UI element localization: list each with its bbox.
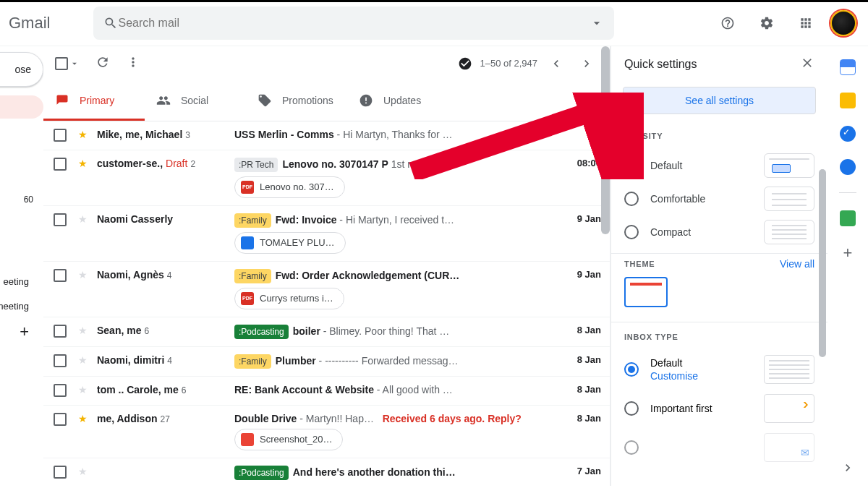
mail-toolbar: 1–50 of 2,947 <box>43 46 610 81</box>
apps-grid-icon[interactable] <box>791 9 820 38</box>
inbox-type-default[interactable]: DefaultCustomise <box>611 350 827 389</box>
sidebar-item[interactable] <box>0 165 43 188</box>
get-addons-icon[interactable]: + <box>843 244 853 262</box>
row-checkbox[interactable] <box>54 325 67 338</box>
inbox-type-important[interactable]: Important first <box>611 389 827 428</box>
theme-heading: Theme <box>624 260 655 268</box>
row-checkbox[interactable] <box>54 466 67 479</box>
mail-row[interactable]: ★ customer-se., Draft 2 :PR TechLenovo n… <box>43 150 610 206</box>
mail-row[interactable]: ★ me, Addison 27 Double Drive - Martyn!!… <box>43 406 610 458</box>
sidebar-item[interactable]: d <box>0 119 43 142</box>
row-checkbox[interactable] <box>54 384 67 397</box>
row-date: 9 Jan <box>558 213 601 224</box>
sidebar-label[interactable]: meeting <box>0 295 43 317</box>
density-default[interactable]: Default <box>611 149 827 182</box>
row-checkbox[interactable] <box>54 413 67 426</box>
theme-thumb[interactable] <box>624 277 668 307</box>
see-all-settings-button[interactable]: See all settings <box>623 87 816 114</box>
compose-button[interactable]: ose <box>0 52 43 87</box>
expand-chevron-icon[interactable] <box>841 461 855 478</box>
row-checkbox[interactable] <box>54 158 67 171</box>
panel-title: Quick settings <box>624 58 697 71</box>
tab-primary[interactable]: Primary <box>43 81 145 121</box>
sidebar: ose d nt 60 ries ▾ eeting meeting + <box>0 46 43 486</box>
select-checkbox[interactable] <box>55 57 80 70</box>
star-icon[interactable]: ★ <box>75 466 90 477</box>
sidebar-more[interactable]: ▾ <box>0 244 43 267</box>
account-avatar[interactable] <box>830 10 856 36</box>
row-checkbox[interactable] <box>54 354 67 367</box>
mail-row[interactable]: ★ :PodcastingAnd here's another donation… <box>43 458 610 487</box>
settings-gear-icon[interactable] <box>752 9 781 38</box>
attachment-chip[interactable]: Currys returns i… <box>234 288 344 309</box>
calendar-icon[interactable] <box>840 59 856 75</box>
row-checkbox[interactable] <box>54 213 67 226</box>
inbox-type-unread[interactable] <box>611 428 827 467</box>
refresh-icon[interactable] <box>95 55 110 72</box>
sender: Naomi, Agnès 4 <box>97 269 227 281</box>
star-icon[interactable]: ★ <box>75 269 90 281</box>
search-bar[interactable] <box>93 7 614 40</box>
tasks-icon[interactable] <box>840 126 856 142</box>
more-icon[interactable] <box>126 55 140 72</box>
side-addons: + <box>827 46 868 486</box>
mail-row[interactable]: ★ Naomi, Agnès 4 :FamilyFwd: Order Ackno… <box>43 262 610 317</box>
sidebar-label[interactable]: eeting <box>0 270 43 292</box>
tab-updates[interactable]: Updates <box>347 81 448 121</box>
sender: tom .. Carole, me 6 <box>97 384 227 395</box>
tab-promotions[interactable]: Promotions <box>246 81 347 121</box>
scrollbar[interactable] <box>601 46 610 234</box>
density-comfortable[interactable]: Comfortable <box>611 182 827 215</box>
star-icon[interactable]: ★ <box>75 384 90 395</box>
contacts-icon[interactable] <box>840 159 856 175</box>
attachment-chip[interactable]: TOMALEY PLU… <box>234 232 346 254</box>
gmail-logo: Gmail <box>9 14 50 33</box>
sidebar-item[interactable]: nt <box>0 142 43 165</box>
sidebar-item[interactable]: 60 <box>0 188 43 211</box>
sidebar-item-inbox[interactable] <box>0 95 43 119</box>
row-date: 8 Jan <box>558 325 601 335</box>
row-date: 8 Jan <box>558 384 601 395</box>
checkmark-circle-icon <box>458 56 472 71</box>
star-icon[interactable]: ★ <box>75 354 90 366</box>
row-date: 08:06 <box>558 158 601 168</box>
search-dropdown-icon[interactable] <box>590 16 604 30</box>
quick-settings-panel: Quick settings See all settings Density … <box>610 46 827 486</box>
tab-social[interactable]: Social <box>145 81 246 121</box>
search-icon <box>103 16 118 30</box>
mail-row[interactable]: ★ Naomi Casserly :FamilyFwd: Invoice - H… <box>43 206 610 262</box>
page-prev-icon[interactable] <box>545 52 568 75</box>
sender: me, Addison 27 <box>97 413 227 424</box>
mail-row[interactable]: ★ Sean, me 6 :Podcastingboiler - Blimey.… <box>43 317 610 347</box>
row-date: 7 Jan <box>558 466 601 476</box>
row-date: 8 Jan <box>558 354 601 365</box>
close-icon[interactable] <box>800 56 814 73</box>
sender: Naomi Casserly <box>97 213 227 225</box>
page-next-icon[interactable] <box>575 52 598 75</box>
star-icon[interactable]: ★ <box>75 129 90 140</box>
attachment-chip[interactable]: Screenshot_20… <box>234 429 343 450</box>
panel-scrollbar[interactable] <box>819 169 826 357</box>
row-checkbox[interactable] <box>54 129 67 142</box>
row-date: 8 Jan <box>558 413 601 424</box>
help-icon[interactable] <box>713 9 742 38</box>
sidebar-add-label[interactable]: + <box>0 322 43 341</box>
addon-icon[interactable] <box>840 210 856 226</box>
sidebar-item[interactable]: ries <box>0 211 43 234</box>
inbox-type-heading: Inbox type <box>611 327 827 350</box>
row-checkbox[interactable] <box>54 269 67 282</box>
mail-row[interactable]: ★ Naomi, dimitri 4 :FamilyPlumber - ----… <box>43 347 610 377</box>
density-compact[interactable]: Compact <box>611 215 827 249</box>
mail-row[interactable]: ★ Mike, me, Michael 3 USS Merlin - Comms… <box>43 121 610 150</box>
sender: Sean, me 6 <box>97 325 227 336</box>
mail-row[interactable]: ★ tom .. Carole, me 6 RE: Bank Account &… <box>43 377 610 406</box>
theme-view-all-link[interactable]: View all <box>780 258 814 270</box>
star-icon[interactable]: ★ <box>75 158 90 169</box>
star-icon[interactable]: ★ <box>75 325 90 336</box>
search-input[interactable] <box>118 17 590 30</box>
density-heading: Density <box>611 126 827 149</box>
star-icon[interactable]: ★ <box>75 413 90 424</box>
star-icon[interactable]: ★ <box>75 213 90 225</box>
keep-icon[interactable] <box>840 93 856 108</box>
attachment-chip[interactable]: Lenovo no. 307… <box>234 176 345 198</box>
